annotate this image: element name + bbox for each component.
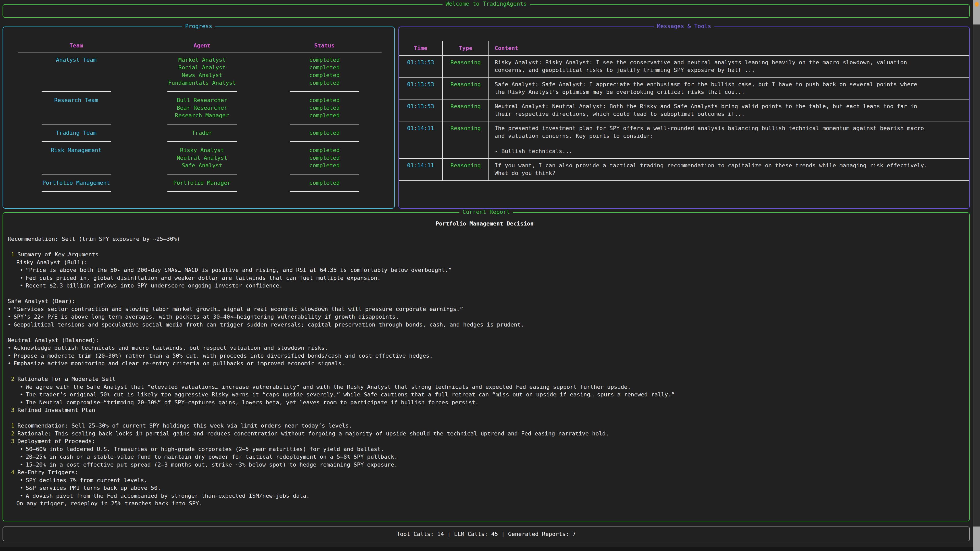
list-number-marker: 3: [11, 438, 14, 445]
progress-column-header: Status: [255, 42, 394, 49]
progress-status-cell: completed: [255, 154, 394, 162]
separator-segment: [167, 91, 237, 92]
separator-segment: [167, 124, 237, 124]
report-line: •Propose a moderate trim (20–30%) rather…: [8, 352, 962, 360]
report-line: 3Deployment of Proceeds:: [8, 437, 962, 445]
report-line-text: SPY declines 7% from current levels.: [26, 477, 148, 483]
report-heading: Portfolio Management Decision: [8, 220, 962, 227]
progress-status-cell: completed: [255, 64, 394, 71]
progress-group-separator: [3, 119, 394, 129]
report-line-text: 50–60% into laddered U.S. Treasuries or …: [26, 446, 384, 452]
progress-team-cell: [3, 104, 149, 112]
list-number-marker: 2: [11, 430, 14, 437]
message-type-cell: Reasoning: [443, 159, 489, 180]
report-line: [8, 368, 962, 375]
progress-header-separator: [18, 49, 382, 56]
separator-segment: [290, 191, 359, 192]
report-line-text: “Price is above both the 50- and 200-day…: [26, 267, 452, 273]
scrollbar-thumb-top[interactable]: [974, 0, 980, 24]
welcome-panel: Welcome to TradingAgents: [3, 4, 970, 18]
messages-column-header: Content: [489, 41, 969, 55]
table-row: Analyst TeamMarket Analystcompleted: [3, 56, 394, 64]
messages-panel: Messages & Tools TimeTypeContent01:13:53…: [398, 27, 970, 209]
report-line: 1Summary of Key Arguments: [8, 251, 962, 259]
stats-bar: Tool Calls: 14 | LLM Calls: 45 | Generat…: [3, 527, 970, 541]
progress-team-cell: [3, 154, 149, 162]
list-number-marker: 1: [11, 422, 14, 429]
middle-row: Progress TeamAgentStatusAnalyst TeamMark…: [3, 27, 970, 209]
separator-segment: [41, 141, 111, 142]
report-line: •Geopolitical tensions and speculative s…: [8, 321, 962, 329]
bullet-marker: •: [8, 321, 11, 328]
bottom-strip: [0, 547, 980, 551]
report-panel: Current Report Portfolio Management Deci…: [3, 212, 970, 521]
progress-team-cell: Research Team: [3, 97, 149, 104]
bullet-marker: •: [8, 313, 11, 320]
table-row: Neutral Analystcompleted: [3, 154, 394, 162]
separator-segment: [41, 191, 111, 192]
report-line-text: Emphasize active monitoring and clear re…: [14, 360, 345, 367]
report-line: •Recent $2.3 billion inflows into SPY un…: [8, 282, 962, 290]
message-content-cell: Neutral Analyst: Neutral Analyst: Both t…: [489, 100, 969, 121]
bullet-marker: •: [20, 399, 23, 406]
progress-agent-cell: Trader: [149, 129, 255, 137]
progress-status-cell: completed: [255, 162, 394, 169]
report-line-text: Propose a moderate trim (20–30%) rather …: [14, 353, 433, 359]
scrollbar[interactable]: [974, 0, 980, 551]
report-line: Safe Analyst (Bear):: [8, 297, 962, 305]
progress-agent-cell: Fundamentals Analyst: [149, 79, 255, 87]
bullet-marker: •: [20, 283, 23, 289]
report-line-text: S&P services PMI turns back up above 50.: [26, 485, 161, 491]
separator-segment: [41, 174, 111, 175]
report-line: •Fed cuts priced in, global disinflation…: [8, 274, 962, 282]
progress-agent-cell: Safe Analyst: [149, 162, 255, 169]
report-line-text: Recommendation: Sell 25–30% of current S…: [18, 422, 352, 429]
report-line-text: Rationale: This scaling back locks in pa…: [18, 430, 609, 437]
list-number-marker: 4: [11, 469, 14, 475]
list-number-marker: 2: [11, 376, 14, 382]
table-row: Risk ManagementRisky Analystcompleted: [3, 146, 394, 154]
report-line: Neutral Analyst (Balanced):: [8, 337, 962, 345]
progress-team-cell: [3, 79, 149, 87]
progress-status-cell: completed: [255, 79, 394, 87]
report-line: [8, 414, 962, 422]
report-line-text: Fed cuts priced in, global disinflation …: [26, 275, 381, 281]
progress-team-cell: Portfolio Management: [3, 179, 149, 187]
message-type-cell: Reasoning: [443, 100, 489, 121]
table-row: Portfolio ManagementPortfolio Managercom…: [3, 179, 394, 187]
bullet-marker: •: [8, 353, 11, 359]
table-row: Safe Analystcompleted: [3, 162, 394, 169]
bullet-marker: •: [20, 462, 23, 468]
progress-status-cell: completed: [255, 97, 394, 104]
bullet-marker: •: [20, 454, 23, 460]
stats-text: Tool Calls: 14 | LLM Calls: 45 | Generat…: [396, 531, 576, 537]
bullet-marker: •: [8, 360, 11, 367]
table-row: 01:13:53ReasoningNeutral Analyst: Neutra…: [399, 100, 969, 121]
progress-team-cell: [3, 112, 149, 119]
messages-column-header: Type: [443, 41, 489, 55]
list-number-marker: 1: [11, 251, 14, 258]
progress-group-separator: [3, 187, 394, 197]
report-line-text: Refined Investment Plan: [18, 407, 95, 413]
scroll-position-marker-icon: [975, 2, 979, 6]
scrollbar-thumb-bottom[interactable]: [974, 527, 980, 551]
report-panel-title: Current Report: [460, 209, 513, 215]
bullet-marker: •: [20, 492, 23, 499]
progress-table: TeamAgentStatusAnalyst TeamMarket Analys…: [3, 27, 394, 197]
progress-agent-cell: Bear Researcher: [149, 104, 255, 112]
progress-status-cell: completed: [255, 146, 394, 154]
progress-status-cell: completed: [255, 179, 394, 187]
progress-agent-cell: Research Manager: [149, 112, 255, 119]
table-row: 01:13:53ReasoningSafe Analyst: Safe Anal…: [399, 78, 969, 100]
bullet-marker: •: [20, 477, 23, 483]
bullet-marker: •: [8, 306, 11, 312]
progress-team-cell: Risk Management: [3, 146, 149, 154]
progress-agent-cell: Social Analyst: [149, 64, 255, 71]
table-row: 01:14:11ReasoningThe presented investmen…: [399, 121, 969, 159]
report-line: •“Services sector contraction and slowin…: [8, 305, 962, 313]
report-line: •The trader’s original 50% cut is likely…: [8, 391, 962, 399]
separator-segment: [290, 124, 359, 124]
bullet-marker: •: [20, 384, 23, 390]
report-line: •“Price is above both the 50- and 200-da…: [8, 266, 962, 274]
progress-panel-title: Progress: [182, 23, 215, 29]
